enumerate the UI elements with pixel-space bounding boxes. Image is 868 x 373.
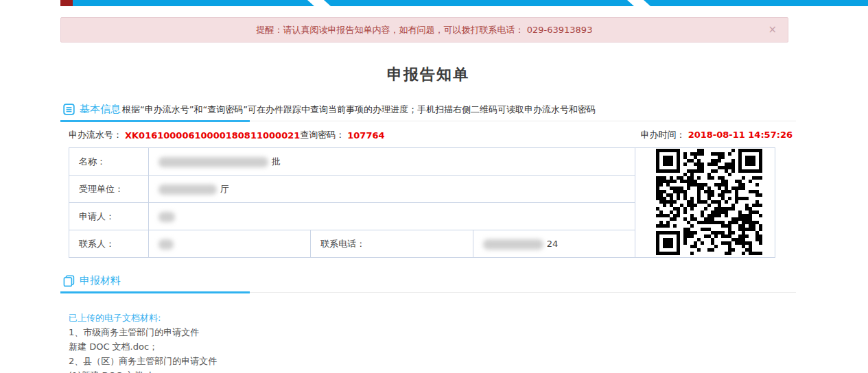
redacted-value bbox=[159, 157, 268, 167]
materials-list: 已上传的电子文档材料: 1、市级商务主管部门的申请文件 新建 DOC 文档.do… bbox=[60, 311, 796, 373]
row-unit-value: 厅 bbox=[149, 176, 635, 203]
apply-time: 申办时间： 2018-08-11 14:57:26 bbox=[641, 129, 793, 141]
visible-suffix: 批 bbox=[272, 156, 281, 167]
materials-section-header: 申报材料 bbox=[60, 274, 796, 293]
redacted-value bbox=[159, 239, 174, 250]
password-value: 107764 bbox=[347, 130, 384, 141]
row-applicant-value bbox=[149, 203, 635, 230]
materials-title: 申报材料 bbox=[80, 274, 121, 287]
list-item: (1)新建 DOC 文档.doc； bbox=[69, 368, 796, 373]
row-contact-value bbox=[149, 230, 311, 258]
wizard-steps-bar bbox=[60, 0, 863, 6]
step-segment-1 bbox=[73, 0, 314, 6]
row-applicant-label: 申请人： bbox=[69, 203, 149, 230]
visible-suffix: 24 bbox=[547, 239, 559, 249]
redacted-value bbox=[159, 184, 217, 195]
list-item: 2、县（区）商务主管部门的申请文件 bbox=[69, 354, 796, 368]
page-title: 申报告知单 bbox=[60, 64, 796, 85]
close-icon[interactable]: × bbox=[768, 18, 777, 42]
uploaded-docs-header: 已上传的电子文档材料: bbox=[69, 311, 796, 325]
basic-info-title: 基本信息 bbox=[80, 103, 121, 116]
table-row: 名称： 批 bbox=[69, 148, 775, 176]
apply-time-label: 申办时间： bbox=[641, 130, 685, 140]
list-item: 新建 DOC 文档.doc； bbox=[69, 339, 796, 354]
qr-code bbox=[656, 149, 764, 257]
serial-label: 申办流水号： bbox=[69, 129, 122, 141]
pages-icon bbox=[63, 275, 75, 287]
basic-info-section-header: 基本信息 根据“申办流水号”和“查询密码”可在办件跟踪中查询当前事项的办理进度；… bbox=[60, 103, 796, 121]
redacted-value bbox=[159, 212, 175, 222]
row-phone-label: 联系电话： bbox=[311, 230, 473, 258]
list-icon bbox=[63, 104, 75, 115]
row-name-value: 批 bbox=[149, 148, 635, 176]
basic-info-table: 名称： 批 受理单位： 厅 申请人： 联系人： 联系电话： bbox=[69, 147, 775, 258]
step-segment-2 bbox=[324, 0, 634, 6]
qr-cell bbox=[635, 148, 775, 258]
top-left-red-block bbox=[60, 0, 73, 6]
list-item: 1、市级商务主管部门的申请文件 bbox=[69, 325, 796, 339]
row-contact-label: 联系人： bbox=[69, 230, 149, 258]
serial-value: XK01610000610000180811000021 bbox=[125, 130, 300, 141]
basic-info-description: 根据“申办流水号”和“查询密码”可在办件跟踪中查询当前事项的办理进度；手机扫描右… bbox=[122, 104, 596, 116]
reminder-alert: 提醒：请认真阅读申报告知单内容，如有问题，可以拨打联系电话： 029-63913… bbox=[60, 17, 788, 43]
serial-row: 申办流水号： XK01610000610000180811000021 查询密码… bbox=[60, 128, 796, 142]
step-segment-3 bbox=[644, 0, 868, 6]
reminder-alert-text: 提醒：请认真阅读申报告知单内容，如有问题，可以拨打联系电话： 029-63913… bbox=[257, 25, 593, 35]
row-name-label: 名称： bbox=[69, 148, 149, 176]
visible-suffix: 厅 bbox=[220, 184, 229, 194]
password-label: 查询密码： bbox=[300, 129, 344, 141]
notice-page: 提醒：请认真阅读申报告知单内容，如有问题，可以拨打联系电话： 029-63913… bbox=[60, 17, 796, 373]
row-phone-value: 24 bbox=[473, 230, 635, 258]
apply-time-value: 2018-08-11 14:57:26 bbox=[688, 130, 793, 140]
redacted-value bbox=[483, 239, 543, 250]
row-unit-label: 受理单位： bbox=[69, 176, 149, 203]
